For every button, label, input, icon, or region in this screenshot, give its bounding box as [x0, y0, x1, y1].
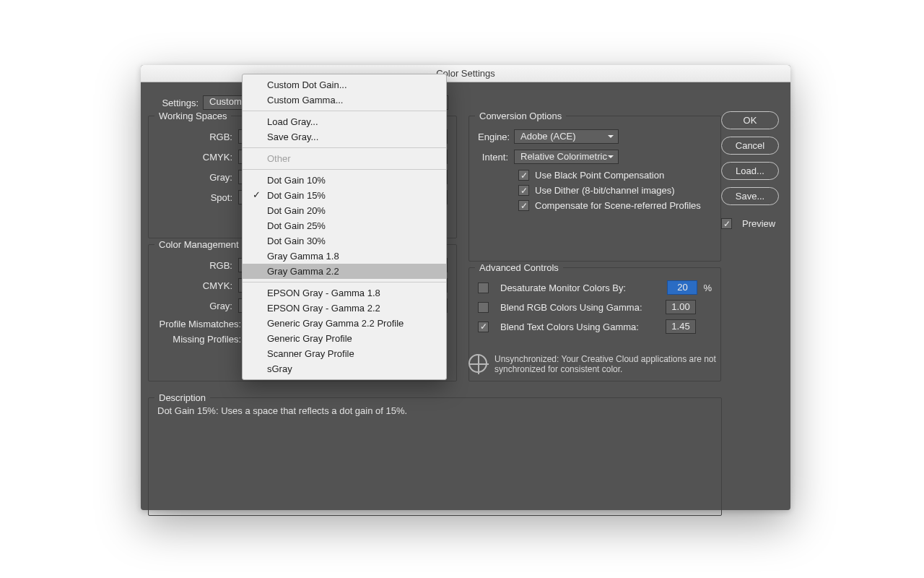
blend-text-label: Blend Text Colors Using Gamma:	[500, 322, 660, 332]
dialog-button-column: OK Cancel Load... Save... Preview	[721, 111, 779, 229]
menu-item-load-gray[interactable]: Load Gray...	[243, 114, 446, 129]
menu-item-sgray[interactable]: sGray	[243, 361, 446, 376]
menu-item-generic-gray-gamma-2-2[interactable]: Generic Gray Gamma 2.2 Profile	[243, 316, 446, 331]
cm-gray-label: Gray:	[157, 301, 238, 311]
settings-label: Settings:	[152, 98, 199, 108]
ok-button[interactable]: OK	[721, 111, 779, 129]
settings-value: Custom	[209, 96, 242, 107]
preview-checkbox[interactable]	[721, 218, 732, 229]
cm-rgb-label: RGB:	[157, 260, 238, 271]
desaturate-checkbox[interactable]	[478, 282, 489, 293]
missing-profiles-label: Missing Profiles:	[157, 334, 247, 345]
color-management-legend: Color Management	[154, 239, 243, 250]
unsynchronized-icon	[468, 354, 487, 373]
intent-label: Intent:	[478, 152, 514, 163]
advanced-controls-legend: Advanced Controls	[475, 262, 563, 273]
menu-separator	[243, 111, 446, 111]
color-settings-dialog: Color Settings Settings: Custom Working …	[141, 65, 790, 510]
preview-label: Preview	[742, 218, 775, 229]
blend-rgb-input[interactable]: 1.00	[666, 300, 696, 314]
menu-item-scanner-gray-profile[interactable]: Scanner Gray Profile	[243, 346, 446, 361]
engine-value: Adobe (ACE)	[520, 131, 576, 142]
desaturate-label: Desaturate Monitor Colors By:	[500, 282, 661, 293]
engine-label: Engine:	[478, 131, 514, 142]
menu-item-dot-gain-15[interactable]: Dot Gain 15%	[243, 188, 446, 203]
menu-item-epson-gray-2-2[interactable]: EPSON Gray - Gamma 2.2	[243, 301, 446, 316]
dither-label: Use Dither (8-bit/channel images)	[535, 185, 675, 196]
desaturate-suffix: %	[703, 282, 712, 293]
scene-referred-label: Compensate for Scene-referred Profiles	[535, 200, 701, 211]
menu-item-dot-gain-20[interactable]: Dot Gain 20%	[243, 203, 446, 218]
ws-rgb-label: RGB:	[157, 131, 238, 142]
menu-item-gray-gamma-2-2[interactable]: Gray Gamma 2.2	[243, 264, 446, 279]
menu-item-dot-gain-30[interactable]: Dot Gain 30%	[243, 233, 446, 249]
ws-spot-label: Spot:	[157, 192, 238, 203]
unsynchronized-notice: Unsynchronized: Your Creative Cloud appl…	[468, 354, 721, 374]
conversion-options-section: Conversion Options Engine:Adobe (ACE) In…	[468, 116, 721, 262]
blackpoint-checkbox[interactable]	[518, 170, 529, 181]
menu-item-other: Other	[243, 151, 446, 166]
conversion-options-legend: Conversion Options	[475, 111, 566, 121]
ws-cmyk-label: CMYK:	[157, 152, 238, 163]
gray-profile-menu: Custom Dot Gain... Custom Gamma... Load …	[242, 74, 447, 380]
blend-text-input[interactable]: 1.45	[666, 319, 696, 334]
intent-dropdown[interactable]: Relative Colorimetric	[514, 150, 619, 164]
menu-separator	[243, 169, 446, 170]
description-text: Dot Gain 15%: Uses a space that reflects…	[157, 405, 712, 416]
dither-checkbox[interactable]	[518, 185, 529, 196]
menu-item-save-gray[interactable]: Save Gray...	[243, 129, 446, 144]
blend-rgb-checkbox[interactable]	[478, 302, 489, 313]
intent-value: Relative Colorimetric	[520, 151, 607, 162]
dialog-title: Color Settings	[141, 65, 790, 82]
description-legend: Description	[154, 392, 210, 403]
menu-separator	[243, 147, 446, 148]
blend-rgb-label: Blend RGB Colors Using Gamma:	[500, 302, 660, 313]
cm-cmyk-label: CMYK:	[157, 280, 238, 291]
menu-item-dot-gain-25[interactable]: Dot Gain 25%	[243, 218, 446, 233]
profile-mismatches-label: Profile Mismatches:	[157, 319, 247, 329]
save-button[interactable]: Save...	[721, 187, 779, 205]
desaturate-input[interactable]: 20	[667, 280, 697, 295]
menu-item-gray-gamma-1-8[interactable]: Gray Gamma 1.8	[243, 249, 446, 264]
description-section: Description Dot Gain 15%: Uses a space t…	[148, 397, 722, 516]
menu-item-custom-gamma[interactable]: Custom Gamma...	[243, 92, 446, 108]
menu-item-custom-dot-gain[interactable]: Custom Dot Gain...	[243, 77, 446, 92]
working-spaces-legend: Working Spaces	[154, 111, 231, 121]
menu-item-dot-gain-10[interactable]: Dot Gain 10%	[243, 173, 446, 188]
engine-dropdown[interactable]: Adobe (ACE)	[514, 129, 619, 144]
blend-text-checkbox[interactable]	[478, 322, 489, 332]
load-button[interactable]: Load...	[721, 162, 779, 180]
unsynchronized-text: Unsynchronized: Your Creative Cloud appl…	[494, 354, 721, 374]
cancel-button[interactable]: Cancel	[721, 137, 779, 155]
ws-gray-label: Gray:	[157, 172, 238, 183]
menu-item-epson-gray-1-8[interactable]: EPSON Gray - Gamma 1.8	[243, 285, 446, 301]
scene-referred-checkbox[interactable]	[518, 200, 529, 211]
menu-separator	[243, 282, 446, 282]
menu-item-generic-gray-profile[interactable]: Generic Gray Profile	[243, 331, 446, 346]
blackpoint-label: Use Black Point Compensation	[535, 170, 664, 181]
